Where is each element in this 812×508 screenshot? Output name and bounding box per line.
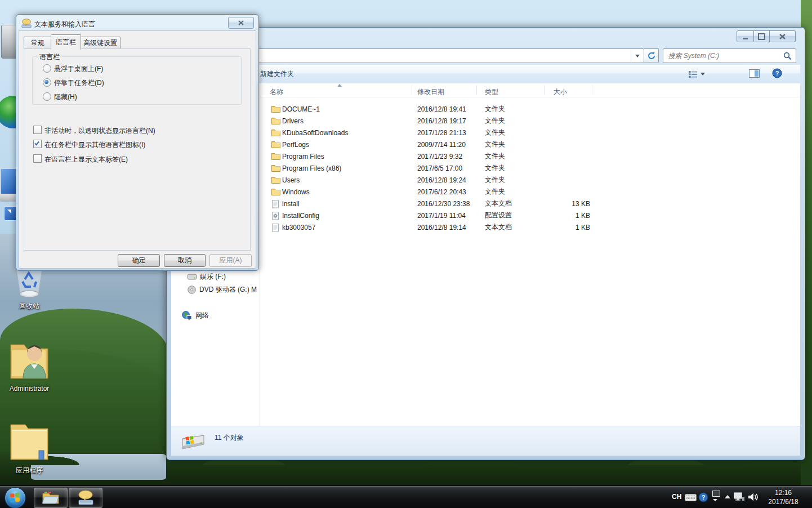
column-header-name[interactable]: 名称 (270, 87, 283, 97)
help-tray-icon[interactable]: ? (698, 492, 708, 502)
language-bar-icon (21, 19, 32, 28)
ok-button[interactable]: 确定 (118, 254, 160, 267)
checkbox-show-extra-icons[interactable] (33, 140, 42, 148)
dialog-close-button[interactable] (228, 17, 254, 29)
sidebar-item-label: 娱乐 (F:) (200, 272, 226, 282)
file-type: 文件夹 (485, 104, 547, 114)
checkbox-label[interactable]: 在语言栏上显示文本标签(E) (44, 155, 128, 164)
new-folder-button[interactable]: 新建文件夹 (260, 69, 294, 79)
start-button[interactable] (5, 487, 26, 508)
administrator-label: Administrator (0, 385, 59, 393)
sidebar-item-drive-f[interactable]: 娱乐 (F:) (188, 272, 226, 282)
table-row[interactable]: install 2016/12/30 23:38 文本文档 13 KB (261, 198, 599, 210)
radio-hidden[interactable] (43, 92, 51, 101)
screen: 回收站 Administrator 应用程序 (0, 0, 812, 508)
checkbox-label[interactable]: 非活动时，以透明状态显示语言栏(N) (44, 126, 155, 136)
views-button[interactable] (688, 70, 705, 78)
taskbar-language-bar-button[interactable] (69, 488, 102, 508)
column-header-type[interactable]: 类型 (485, 87, 498, 97)
table-row[interactable]: Program Files 2017/1/23 9:32 文件夹 (261, 150, 599, 162)
refresh-button[interactable] (644, 48, 659, 63)
tab-general[interactable]: 常规 (24, 37, 52, 49)
tab-label: 常规 (31, 38, 44, 48)
table-row[interactable]: Windows 2017/6/12 20:43 文件夹 (261, 186, 599, 198)
address-dropdown-button[interactable] (631, 50, 644, 62)
radio-label[interactable]: 停靠于任务栏(D) (54, 78, 104, 88)
administrator-desktop-icon[interactable]: Administrator (0, 337, 59, 393)
globe-icon-partial[interactable] (0, 95, 16, 131)
apply-button[interactable]: 应用(A) (209, 254, 252, 267)
column-header-size[interactable]: 大小 (554, 87, 567, 97)
close-button[interactable] (770, 30, 796, 42)
drive-large-icon (180, 430, 207, 453)
preview-pane-icon (749, 69, 760, 78)
sidebar-item-dvd-g[interactable]: DVD 驱动器 (G:) M (188, 285, 257, 295)
language-bar-icon (77, 490, 95, 506)
column-divider[interactable] (412, 85, 412, 95)
table-row[interactable]: InstallConfig 2017/1/19 11:04 配置设置 1 KB (261, 210, 599, 221)
radio-label[interactable]: 隐藏(H) (54, 92, 77, 102)
minimize-button[interactable] (737, 30, 754, 42)
column-divider[interactable] (592, 85, 592, 95)
clock-time: 12:16 (761, 488, 805, 497)
checkbox-label[interactable]: 在任务栏中显示其他语言栏图标(I) (44, 140, 145, 150)
sidebar-item-label: 网络 (195, 311, 209, 320)
window-controls (737, 30, 796, 42)
text-document-icon (271, 199, 279, 210)
table-row[interactable]: PerfLogs 2009/7/14 11:20 文件夹 (261, 139, 599, 150)
refresh-icon (648, 52, 655, 60)
clock[interactable]: 12:16 2017/6/18 (761, 488, 805, 506)
file-size: 13 KB (543, 200, 590, 208)
radio-label[interactable]: 悬浮于桌面上(F) (54, 64, 103, 74)
maximize-button[interactable] (754, 30, 770, 42)
sidebar-item-network[interactable]: 网络 (182, 311, 209, 320)
chevron-down-icon (701, 73, 705, 75)
user-folder-icon (6, 337, 52, 383)
search-input[interactable] (663, 52, 783, 60)
file-type: 文件夹 (485, 163, 547, 173)
language-options-chevron-icon[interactable] (713, 499, 717, 501)
column-header-date[interactable]: 修改日期 (417, 87, 444, 97)
folder-icon (7, 418, 51, 464)
check-icon (34, 140, 40, 146)
table-row[interactable]: Users 2016/12/8 19:24 文件夹 (261, 174, 599, 186)
volume-icon[interactable] (748, 492, 759, 502)
tab-advanced-key-settings[interactable]: 高级键设置 (80, 37, 121, 49)
radio-floating-desktop[interactable] (43, 64, 51, 73)
column-header-row: 名称 修改日期 类型 大小 (260, 83, 800, 97)
help-icon: ? (772, 68, 782, 78)
tab-language-bar[interactable]: 语言栏 (51, 34, 81, 50)
taskbar-explorer-button[interactable] (34, 488, 68, 508)
folder-icon (271, 128, 280, 138)
table-row[interactable]: kb3003057 2016/12/8 19:14 文本文档 1 KB (261, 221, 599, 233)
apply-button-label: 应用(A) (220, 256, 242, 265)
column-divider[interactable] (544, 85, 545, 95)
checkbox-transparent-inactive[interactable] (33, 126, 42, 134)
table-row[interactable]: KDubaSoftDownloads 2017/1/28 21:13 文件夹 (261, 127, 599, 139)
radio-docked-taskbar[interactable] (43, 78, 51, 87)
preview-pane-button[interactable] (749, 69, 760, 79)
search-icon[interactable] (783, 52, 792, 60)
cancel-button-label: 取消 (178, 256, 191, 265)
keyboard-icon[interactable] (685, 494, 697, 501)
sidebar-item-label: DVD 驱动器 (G:) M (199, 285, 257, 295)
table-row[interactable]: DOCUME~1 2016/12/8 19:41 文件夹 (261, 103, 599, 115)
file-name: KDubaSoftDownloads (282, 129, 406, 137)
column-divider[interactable] (476, 85, 477, 95)
table-row[interactable]: Drivers 2016/12/8 19:17 文件夹 (261, 115, 599, 127)
cancel-button[interactable]: 取消 (164, 254, 206, 267)
show-hidden-icons-button[interactable] (725, 495, 730, 498)
language-indicator[interactable]: CH (672, 493, 681, 501)
pane-separator (260, 83, 260, 426)
language-bar-restore-icon[interactable] (712, 491, 720, 497)
help-button[interactable]: ? (772, 68, 782, 80)
apps-folder-label: 应用程序 (1, 466, 57, 475)
search-box[interactable] (663, 48, 796, 63)
network-tray-icon[interactable] (734, 492, 745, 502)
checkbox-show-text-labels[interactable] (33, 154, 42, 163)
file-size: 1 KB (543, 224, 590, 231)
ok-button-label: 确定 (132, 256, 146, 265)
file-type: 文件夹 (485, 151, 547, 161)
table-row[interactable]: Program Files (x86) 2017/6/5 17:00 文件夹 (261, 162, 599, 174)
apps-folder-desktop-icon[interactable]: 应用程序 (1, 418, 57, 475)
